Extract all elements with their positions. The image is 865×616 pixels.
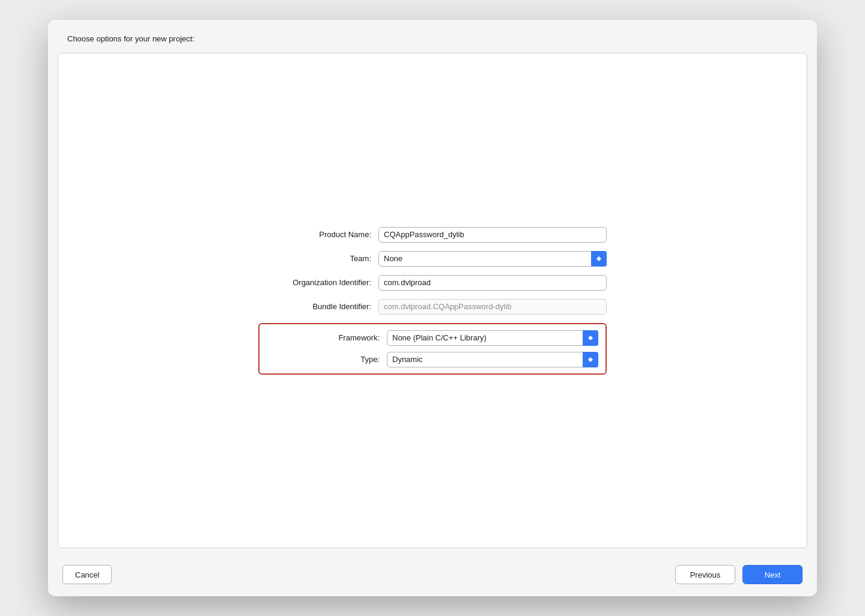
framework-select-wrapper: None (Plain C/C++ Library) bbox=[387, 330, 598, 346]
bundle-id-row: Bundle Identifier: com.dvlproad.CQAppPas… bbox=[258, 299, 607, 315]
dialog-header: Choose options for your new project: bbox=[48, 20, 817, 48]
product-name-row: Product Name: bbox=[258, 227, 607, 243]
framework-select[interactable]: None (Plain C/C++ Library) bbox=[387, 330, 598, 346]
org-id-label: Organization Identifier: bbox=[258, 278, 378, 287]
bundle-id-value: com.dvlproad.CQAppPassword-dylib bbox=[378, 299, 607, 315]
cancel-button[interactable]: Cancel bbox=[62, 565, 112, 584]
product-name-label: Product Name: bbox=[258, 230, 378, 239]
new-project-dialog: Choose options for your new project: Pro… bbox=[48, 20, 817, 596]
product-name-input[interactable] bbox=[378, 227, 607, 243]
type-select[interactable]: Dynamic bbox=[387, 352, 598, 367]
dialog-title: Choose options for your new project: bbox=[67, 34, 195, 43]
dialog-content: Product Name: Team: None bbox=[58, 53, 807, 548]
framework-label: Framework: bbox=[267, 333, 387, 342]
team-row: Team: None bbox=[258, 251, 607, 267]
team-select-wrapper: None bbox=[378, 251, 607, 267]
footer-left: Cancel bbox=[62, 565, 112, 584]
dialog-footer: Cancel Previous Next bbox=[48, 558, 817, 596]
previous-button[interactable]: Previous bbox=[675, 565, 735, 584]
type-label: Type: bbox=[267, 355, 387, 364]
team-label: Team: bbox=[258, 254, 378, 263]
footer-right: Previous Next bbox=[675, 565, 803, 584]
org-id-input[interactable] bbox=[378, 275, 607, 291]
team-select[interactable]: None bbox=[378, 251, 607, 267]
type-row: Type: Dynamic bbox=[267, 352, 598, 367]
next-button[interactable]: Next bbox=[742, 565, 803, 584]
org-id-row: Organization Identifier: bbox=[258, 275, 607, 291]
bundle-id-label: Bundle Identifier: bbox=[258, 302, 378, 311]
form-area: Product Name: Team: None bbox=[258, 227, 607, 375]
framework-row: Framework: None (Plain C/C++ Library) bbox=[267, 330, 598, 346]
type-select-wrapper: Dynamic bbox=[387, 352, 598, 367]
highlighted-section: Framework: None (Plain C/C++ Library) bbox=[258, 323, 607, 375]
